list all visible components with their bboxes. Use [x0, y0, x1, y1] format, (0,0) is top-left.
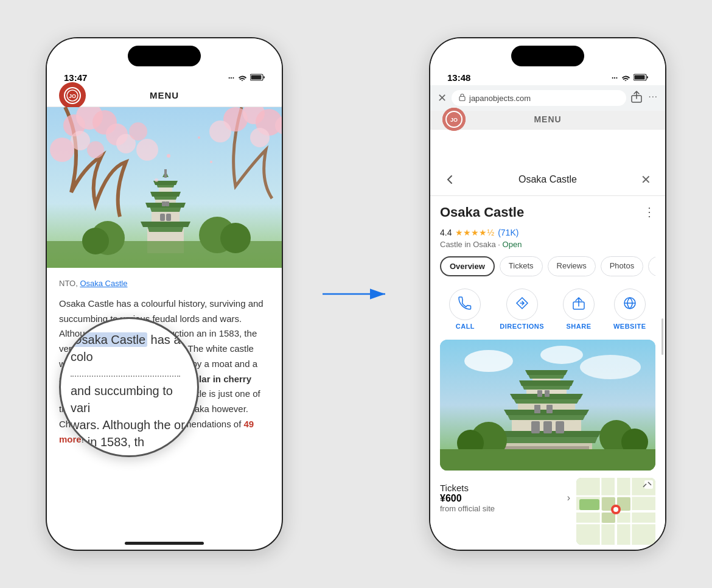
maps-subtitle: Castle in Osaka · Open: [440, 240, 655, 249]
svg-rect-1: [251, 75, 262, 80]
browser-close-btn[interactable]: ✕: [438, 91, 447, 105]
cherry-scene: [47, 107, 282, 268]
maps-header: Osaka Castle ✕: [430, 160, 665, 196]
svg-point-47: [167, 154, 170, 158]
share-icon-browser[interactable]: [631, 91, 642, 106]
magnifier-text-3: wars. Although the or: [71, 418, 185, 432]
svg-text:JO: JO: [69, 93, 76, 99]
directions-circle[interactable]: [506, 289, 538, 320]
svg-point-65: [580, 355, 641, 379]
stars-display: ★★★★½: [455, 228, 494, 237]
app-header-left: JO MENU: [47, 85, 282, 107]
svg-rect-89: [534, 405, 540, 413]
rating-row: 4.4 ★★★★½ (71K): [440, 228, 655, 237]
tab-reviews[interactable]: Reviews: [548, 256, 596, 276]
svg-rect-55: [459, 97, 465, 101]
svg-rect-91: [537, 390, 542, 397]
lock-icon: [459, 93, 466, 103]
status-icons-right: ···: [612, 72, 648, 83]
svg-marker-85: [525, 370, 568, 375]
svg-rect-109: [579, 499, 599, 510]
time-left: 13:47: [64, 72, 87, 83]
magnifier-circle: Osaka Castle has a colo and succumbing t…: [59, 317, 199, 457]
website-header-right: JO MENU: [430, 111, 665, 130]
maps-more-btn[interactable]: ⋮: [643, 205, 655, 219]
rating-number: 4.4: [440, 228, 452, 237]
breadcrumb-left: NTO, Osaka Castle: [59, 278, 270, 290]
svg-rect-37: [164, 169, 167, 178]
time-right: 13:48: [447, 72, 470, 83]
svg-point-12: [50, 138, 74, 162]
tickets-arrow[interactable]: ›: [567, 492, 570, 503]
svg-rect-90: [546, 405, 553, 413]
more-icon-browser[interactable]: ···: [648, 91, 658, 106]
action-website[interactable]: WEBSITE: [613, 289, 646, 330]
action-call[interactable]: CALL: [449, 289, 481, 330]
hero-image-left: [47, 107, 282, 268]
svg-marker-29: [141, 222, 190, 227]
castle-photo-maps: [440, 340, 655, 471]
svg-point-20: [209, 121, 231, 142]
arrow-container: [319, 282, 393, 306]
tabs-row: Overview Tickets Reviews Photos Tours: [440, 256, 655, 279]
battery-icon-right: [633, 72, 648, 83]
tickets-left: Tickets ¥600 from official site: [440, 483, 495, 513]
svg-rect-98: [440, 449, 655, 471]
svg-rect-39: [166, 214, 171, 221]
svg-rect-40: [162, 201, 166, 206]
mini-map[interactable]: [576, 478, 655, 545]
svg-point-48: [198, 136, 200, 139]
directions-label: DIRECTIONS: [500, 323, 544, 330]
home-bar-left: [125, 542, 204, 545]
menu-title-left: MENU: [150, 90, 179, 100]
tab-tours[interactable]: Tours: [648, 256, 655, 276]
actions-row: CALL DIRECTIONS SH: [440, 289, 655, 330]
svg-rect-41: [166, 201, 169, 206]
breadcrumb-prefix: NTO,: [59, 279, 80, 288]
call-circle[interactable]: [449, 289, 481, 320]
url-text: japanobjects.com: [469, 94, 531, 103]
share-label: SHARE: [567, 323, 592, 330]
dynamic-island-right: [511, 46, 584, 66]
left-phone: 13:47 ··· JO MENU: [46, 37, 283, 551]
tab-overview[interactable]: Overview: [440, 256, 495, 276]
svg-point-64: [464, 350, 513, 372]
magnifier-text-4: an in 1583, th: [71, 435, 144, 449]
svg-point-49: [155, 178, 158, 182]
wifi-icon-left: [237, 72, 247, 83]
svg-point-44: [220, 223, 251, 253]
svg-rect-92: [545, 390, 550, 397]
maps-close-btn[interactable]: ✕: [636, 170, 655, 189]
svg-rect-87: [543, 421, 552, 433]
url-bar[interactable]: japanobjects.com: [452, 90, 626, 106]
svg-marker-33: [150, 192, 181, 197]
website-label: WEBSITE: [613, 323, 646, 330]
arrow-svg: [319, 282, 393, 306]
review-count[interactable]: (71K): [498, 228, 518, 237]
action-share[interactable]: SHARE: [563, 289, 595, 330]
share-circle[interactable]: [563, 289, 595, 320]
share-icon: [573, 296, 585, 313]
maps-back-btn[interactable]: [440, 170, 459, 189]
maps-content: Osaka Castle ⋮ 4.4 ★★★★½ (71K) Castle in…: [430, 196, 665, 550]
maps-panel-title: Osaka Castle: [459, 174, 636, 185]
ticket-source: from official site: [440, 504, 495, 513]
svg-rect-108: [602, 513, 615, 523]
svg-text:JO: JO: [450, 117, 458, 123]
website-menu-title: MENU: [534, 114, 561, 124]
svg-point-50: [210, 161, 212, 163]
call-label: CALL: [456, 323, 475, 330]
breadcrumb-link[interactable]: Osaka Castle: [80, 279, 127, 288]
tab-photos[interactable]: Photos: [601, 256, 643, 276]
svg-rect-38: [160, 214, 165, 221]
wifi-icon-right: [621, 72, 630, 83]
svg-marker-83: [519, 380, 574, 386]
website-circle[interactable]: [614, 289, 646, 320]
maps-scrollbar[interactable]: [661, 318, 663, 355]
svg-point-18: [250, 128, 270, 147]
tab-tickets[interactable]: Tickets: [500, 256, 543, 276]
status-icons-left: ···: [228, 72, 265, 83]
action-directions[interactable]: DIRECTIONS: [500, 289, 544, 330]
svg-rect-88: [556, 421, 564, 433]
logo-left: JO: [59, 82, 86, 109]
